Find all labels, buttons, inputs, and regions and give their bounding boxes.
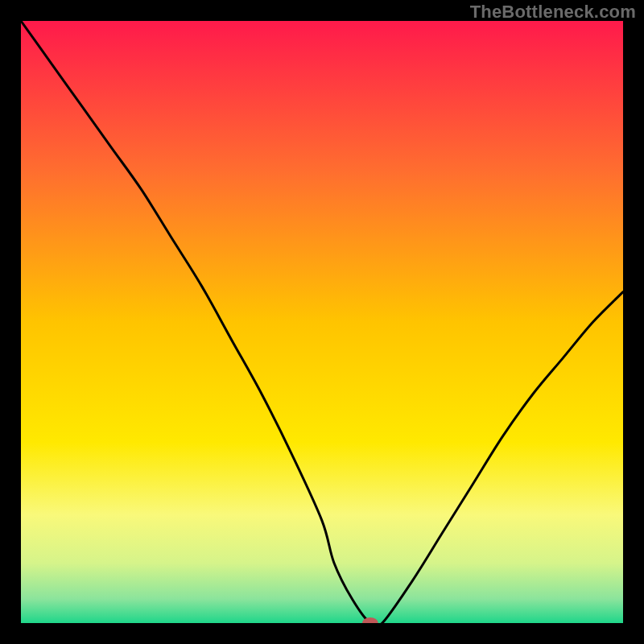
chart-gradient-bg (21, 21, 623, 623)
watermark-text: TheBottleneck.com (470, 2, 636, 23)
chart-svg (0, 0, 644, 644)
chart-stage: TheBottleneck.com (0, 0, 644, 644)
